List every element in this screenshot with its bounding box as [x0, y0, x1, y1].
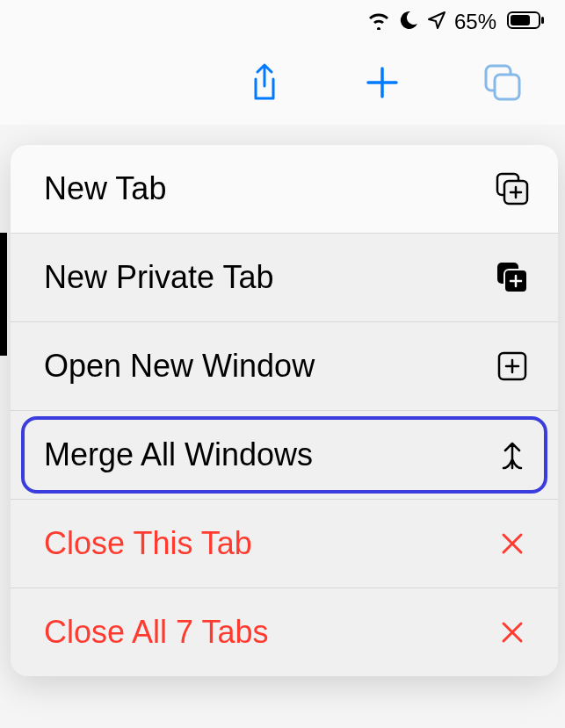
tabs-icon[interactable]	[482, 62, 523, 103]
moon-icon	[398, 10, 419, 34]
menu-item-label: Merge All Windows	[44, 436, 313, 473]
status-bar: 65%	[0, 0, 565, 44]
new-tab-icon	[493, 169, 532, 208]
menu-item-label: New Tab	[44, 170, 166, 207]
location-icon	[426, 10, 447, 34]
menu-item-new-tab[interactable]: New Tab	[11, 145, 558, 234]
plus-icon[interactable]	[363, 63, 402, 102]
plus-square-icon	[493, 347, 532, 386]
svg-rect-1	[511, 15, 530, 25]
menu-item-close-all-tabs[interactable]: Close All 7 Tabs	[11, 588, 558, 676]
close-icon	[493, 524, 532, 563]
menu-item-open-new-window[interactable]: Open New Window	[11, 322, 558, 411]
menu-item-label: Close This Tab	[44, 525, 252, 562]
background-edge	[0, 233, 7, 356]
menu-item-merge-all-windows[interactable]: Merge All Windows	[11, 411, 558, 500]
menu-item-label: Open New Window	[44, 348, 315, 385]
menu-item-close-this-tab[interactable]: Close This Tab	[11, 500, 558, 588]
context-menu: New Tab New Private Tab Open New Window …	[11, 145, 558, 676]
menu-item-label: New Private Tab	[44, 259, 273, 296]
battery-icon	[507, 11, 544, 32]
new-private-tab-icon	[493, 258, 532, 297]
battery-percent: 65%	[454, 10, 496, 34]
menu-item-label: Close All 7 Tabs	[44, 614, 268, 651]
wifi-icon	[366, 11, 391, 33]
svg-rect-4	[495, 75, 519, 99]
menu-item-new-private-tab[interactable]: New Private Tab	[11, 234, 558, 322]
close-icon	[493, 613, 532, 652]
merge-icon	[493, 436, 532, 474]
toolbar	[0, 44, 565, 125]
svg-rect-2	[541, 17, 544, 24]
share-icon[interactable]	[247, 61, 282, 104]
